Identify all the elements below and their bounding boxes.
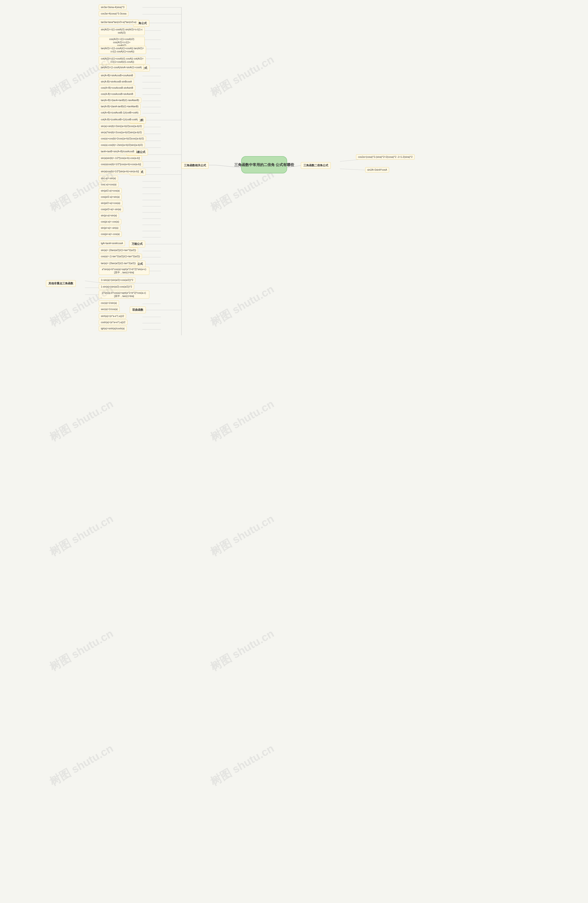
formula-tgh: tgh(a)=sinh(a)/cosh(a) xyxy=(99,326,127,331)
formula-sin-universal: sin(a)= (2tan(a/2))/(1+tan^2(a/2)) xyxy=(99,248,138,253)
formula-tanAB-minus: tan(A-B)=(tanA-tanB)/(1+tanAtanB) xyxy=(99,104,141,109)
right-connector-label: 三角函数二倍角公式 xyxy=(303,164,328,167)
right-formula-2-label: sin2A=2sinA*cosA xyxy=(367,168,387,171)
formula-cos-neg: cos(-a)=cos(a) xyxy=(99,182,118,187)
connection-lines xyxy=(0,0,588,903)
formula-tan-universal: tan(a)= (2tan(a/2))/(1-tan^2(a/2)) xyxy=(99,261,138,266)
formula-cosAB-minus: cos(A-B)=cosAcosB+sinAsinB xyxy=(99,91,135,97)
formula-sinab-plus-prod: sin(a)+sin(b)=2sin((a+b)/2)cos((a-b)/2) xyxy=(99,124,144,129)
formula-cosab-plus-prod: cos(a)+cos(b)=2cos((a+b)/2)cos((a-b)/2) xyxy=(99,136,146,141)
category-nonkey: 其他非重点三角函数 xyxy=(46,280,76,287)
left-connector-label: 三角函数相关公式 xyxy=(184,164,206,167)
center-node: 三角函数中常用的二倍角 公式有哪些 xyxy=(241,156,287,173)
formula-sinAB-minus: sin(A-B)=sinAcosB-sinBcosA xyxy=(99,79,134,84)
left-connector: 三角函数相关公式 xyxy=(181,162,209,169)
mind-map-container: 三角函数中常用的二倍角 公式有哪些 三角函数相关公式 三角函数二倍角公式 cos… xyxy=(0,0,588,903)
formula-cos-pi-plus: cos(pi+a)=-cos(a) xyxy=(99,231,122,237)
right-formula-2: sin2A=2sinA*cosA xyxy=(365,167,389,173)
formula-1-plus-sin: 1+sin(a)=(sin(a/2)+cos(a/2))^2 xyxy=(99,277,135,283)
formula-sec: sec(a)=1/cos(a) xyxy=(99,307,119,312)
formula-cotAB-minus: cot(A-B)=(cotAcotB+1)/(cotB-cotA) xyxy=(99,117,140,122)
formula-csc: csc(a)=1/sin(a) xyxy=(99,300,119,306)
formula-cos-pi2-plus: cos(pi/2+a)=-sin(a) xyxy=(99,207,123,212)
formula-cos3a: cos3a=4(cosa)^3-3cosa xyxy=(99,11,128,16)
formula-sinA2-1: sin(A/2)=√((1-cosA)/2) sin(A/2)=±√((1-co… xyxy=(99,27,145,35)
formula-sinab-minus-prod: sin(a)?sin(b)=2cos((a+b)/2)sin((a-b)/2) xyxy=(99,130,144,135)
formula-sin-neg: sin(-a)=-sin(a) xyxy=(99,176,118,181)
formula-sinAB-plus: sin(A+B)=sinAcosB+cosAsinB xyxy=(99,73,135,78)
formula-tanA2-2: tan(A/2)=(1-cosA)/sinA=sinA/(1+cosA) xyxy=(99,65,144,70)
formula-cosab-minus-prod: cos(a)-cos(b)=-2sin((a+b)/2)sin((a-b)/2) xyxy=(99,142,145,148)
category-hyperbolic: 双曲函数 xyxy=(130,307,146,313)
right-formula-1-label: cos2a=(cosa)^2-(sina)^2=2(cosa)^2 -1=1-2… xyxy=(358,156,412,158)
formula-cos-pi2-minus: cos(pi/2-a)=sin(a) xyxy=(99,194,122,200)
formula-cotAB-plus: cot(A+B)=(cotAcotB-1)/(cotB+cotA) xyxy=(99,110,141,115)
category-universal: 万能公式 xyxy=(129,241,145,247)
center-label: 三角函数中常用的二倍角 公式有哪些 xyxy=(234,162,294,168)
svg-line-3 xyxy=(340,160,358,162)
right-formula-1: cos2a=(cosa)^2-(sina)^2=2(cosa)^2 -1=1-2… xyxy=(356,154,415,160)
formula-asin-bcos-1: a*sin(a)+b*cos(a)=sqrt(a^2+b^2)*sin(a+c)… xyxy=(99,267,149,275)
formula-tanAB-sum: tanA+tanB=sin(A+B)/cosAcosB xyxy=(99,149,137,154)
formula-cos-universal: cos(a)= (1-tan^2(a/2))/(1+tan^2(a/2)) xyxy=(99,254,142,259)
svg-line-4 xyxy=(340,169,368,170)
formula-cosh: cosh(a)=(e^a+e^(-a))/2 xyxy=(99,320,127,325)
formula-sin-pi-minus: sin(pi-a)=sin(a) xyxy=(99,213,119,218)
formula-sin-pi2-minus: sin(pi/2-a)=cos(a) xyxy=(99,188,122,194)
formula-sinh: sinh(a)=(e^a-e^(-a))/2 xyxy=(99,313,126,319)
formula-cosAB-plus: cos(A+B)=cosAcosB-sinAsinB xyxy=(99,85,135,90)
formula-tan3a: tan3a=tana*tan(n/3+a)*tan(n/3-a) xyxy=(99,19,138,25)
formula-sincos-prod: sin(a)cos(b)=1/2*[sin(a+b)+sin(a-b)] xyxy=(99,169,141,174)
formula-tanAB-plus: tan(A+B)=(tanA+tanB)/(1-tanAtanB) xyxy=(99,98,141,103)
formula-sin-pi-plus: sin(pi+a)=-sin(a) xyxy=(99,225,120,231)
formula-sin3a: sin3a=3sina-4(sina)^3 xyxy=(99,5,127,10)
formula-1-minus-sin: 1-sin(a)=(sin(a/2)-cos(a/2))^2 xyxy=(99,284,134,289)
formula-sin-pi2-plus: sin(pi/2+a)=cos(a) xyxy=(99,200,123,206)
formula-cos-pi-minus: cos(pi-a)=-cos(a) xyxy=(99,219,121,224)
formula-asin-bcos-2: a*sin(a)-b*cos(a)=sqrt(a^2+b^2)*cos(a-c)… xyxy=(99,291,149,299)
formula-cotA2-1: cot(A/2)=√((1+cosA)/(1-cosA)) cot(A/2)=±… xyxy=(99,56,146,64)
formula-tanA2-1: tan(A/2)=√((1-cosA)/(1+cosA)) tan(A/2)=±… xyxy=(99,46,146,54)
right-connector: 三角函数二倍角公式 xyxy=(301,162,331,169)
formula-sinsin: sin(a)sin(b)=-1/2*[cos(a+b)-cos(a-b)] xyxy=(99,156,142,161)
formula-tgA: tgA=tanA=sinA/cosA xyxy=(99,241,125,246)
formula-coscos: cos(a)cos(b)=1/2*[cos(a+b)+cos(a-b)] xyxy=(99,162,143,167)
